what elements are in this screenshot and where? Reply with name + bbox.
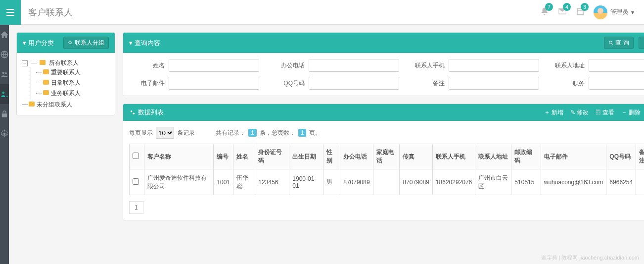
notif-mail[interactable]: 4	[558, 7, 567, 17]
add-button[interactable]: ＋新增	[544, 108, 563, 117]
data-table: 客户名称 编号 姓名 身份证号码 出生日期 性别 办公电话 家庭电话 传真 联系…	[129, 144, 644, 195]
list-icon: ☶	[596, 109, 601, 116]
nav-globe[interactable]	[0, 45, 9, 64]
cell-postcode: 510515	[511, 169, 541, 195]
label-mobile: 联系人手机	[409, 61, 445, 70]
cogs-icon	[129, 109, 136, 116]
badge: 4	[563, 3, 571, 11]
label-remark: 备注	[409, 79, 445, 88]
per-page-select[interactable]: 10	[156, 127, 174, 139]
search-button[interactable]: 查 询	[604, 37, 633, 49]
delete-button[interactable]: －删除	[621, 108, 641, 117]
category-panel: ▾ 用户分类 联系人分组 − 所有联系人	[16, 32, 115, 115]
label-name: 姓名	[129, 61, 165, 70]
input-email[interactable]	[169, 77, 259, 90]
cell-name: 伍华聪	[233, 169, 255, 195]
svg-rect-2	[6, 15, 14, 16]
input-qq[interactable]	[309, 77, 399, 90]
input-position[interactable]	[589, 77, 644, 90]
input-mobile[interactable]	[449, 59, 539, 72]
input-remark[interactable]	[449, 77, 539, 90]
label-qq: QQ号码	[269, 79, 305, 88]
person-icon	[29, 102, 35, 106]
person-icon	[43, 80, 49, 85]
cell-email: wuhuacong@163.com	[541, 169, 606, 195]
avatar-icon	[594, 5, 607, 19]
nav-lock[interactable]	[0, 104, 9, 124]
cell-idcard: 123456	[255, 169, 289, 195]
cell-fax: 87079089	[400, 169, 432, 195]
col-fax: 传真	[400, 144, 432, 169]
label-position: 职务	[549, 79, 585, 88]
notif-calendar[interactable]: 3	[576, 7, 585, 17]
svg-point-11	[609, 41, 612, 44]
table-row: 广州爱奇迪软件科技有限公司 1001 伍华聪 123456 1900-01-01…	[130, 169, 644, 195]
person-icon	[43, 90, 49, 95]
filter-icon: ▾	[23, 39, 26, 47]
tree-item[interactable]: 日常联系人	[51, 79, 81, 86]
list-title: 数据列表	[129, 108, 164, 117]
nav-settings[interactable]	[0, 124, 9, 144]
per-page-prefix: 每页显示	[129, 129, 153, 137]
view-button[interactable]: ☶查看	[596, 108, 614, 117]
col-customer: 客户名称	[144, 144, 214, 169]
svg-point-7	[5, 92, 7, 94]
menu-toggle[interactable]	[0, 0, 21, 25]
tree-item[interactable]: 业务联系人	[51, 90, 81, 97]
input-address[interactable]	[589, 59, 644, 72]
cell-office-phone: 87079089	[340, 169, 373, 195]
contact-group-button[interactable]: 联系人分组	[63, 37, 109, 49]
col-email: 电子邮件	[541, 144, 606, 169]
nav-contacts[interactable]	[0, 84, 9, 104]
svg-point-10	[69, 41, 72, 44]
cell-remark	[636, 169, 644, 195]
contacts-icon	[0, 90, 9, 99]
svg-point-9	[3, 133, 6, 135]
label-address: 联系人地址	[549, 61, 585, 70]
total-suffix: 页。	[309, 129, 321, 137]
input-name[interactable]	[169, 59, 259, 72]
svg-rect-0	[6, 9, 14, 10]
user-menu[interactable]: 管理员 ▾	[594, 5, 634, 19]
lock-icon	[0, 109, 9, 118]
tree-ungrouped[interactable]: 未分组联系人	[37, 101, 72, 108]
home-icon	[0, 30, 9, 39]
notif-bell[interactable]: 7	[540, 7, 549, 17]
page-1[interactable]: 1	[129, 201, 143, 214]
query-title: ▾ 查询内容	[129, 39, 160, 48]
total-pages: 1	[298, 129, 307, 137]
col-office-phone: 办公电话	[340, 144, 373, 169]
col-mobile: 联系人手机	[432, 144, 475, 169]
gear-icon	[0, 129, 9, 138]
edit-button[interactable]: ✎修改	[570, 108, 589, 117]
cell-mobile: 18620292076	[432, 169, 475, 195]
cell-no: 1001	[214, 169, 233, 195]
nav-users[interactable]	[0, 64, 9, 84]
cell-birthday: 1900-01-01	[289, 169, 323, 195]
nav-home[interactable]	[0, 25, 9, 45]
export-button[interactable]: 导 出	[639, 37, 644, 49]
per-page-suffix: 条记录	[177, 129, 195, 137]
left-nav	[0, 25, 9, 264]
tree-toggle[interactable]: −	[22, 60, 28, 66]
row-checkbox[interactable]	[133, 178, 139, 185]
tree-root[interactable]: 所有联系人	[49, 59, 79, 66]
input-office-phone[interactable]	[309, 59, 399, 72]
tree-item[interactable]: 重要联系人	[51, 69, 81, 76]
list-panel: 数据列表 ＋新增 ✎修改 ☶查看 －删除 ⟳刷新 ⛶ 每页显示 10	[123, 104, 644, 220]
search-icon	[608, 40, 614, 46]
svg-point-4	[2, 72, 5, 74]
cell-gender: 男	[323, 169, 340, 195]
col-gender: 性别	[323, 144, 340, 169]
query-panel: ▾ 查询内容 查 询 导 出 ⌄	[123, 32, 644, 96]
chevron-down-icon: ▾	[631, 9, 634, 16]
col-name: 姓名	[233, 144, 255, 169]
select-all-checkbox[interactable]	[133, 153, 139, 159]
label-email: 电子邮件	[129, 79, 165, 88]
svg-rect-8	[2, 113, 7, 117]
col-birthday: 出生日期	[289, 144, 323, 169]
total-mid: 条，总页数：	[260, 129, 295, 137]
badge: 7	[545, 3, 553, 11]
label-office-phone: 办公电话	[269, 61, 305, 70]
cell-address: 广州市白云区	[475, 169, 511, 195]
